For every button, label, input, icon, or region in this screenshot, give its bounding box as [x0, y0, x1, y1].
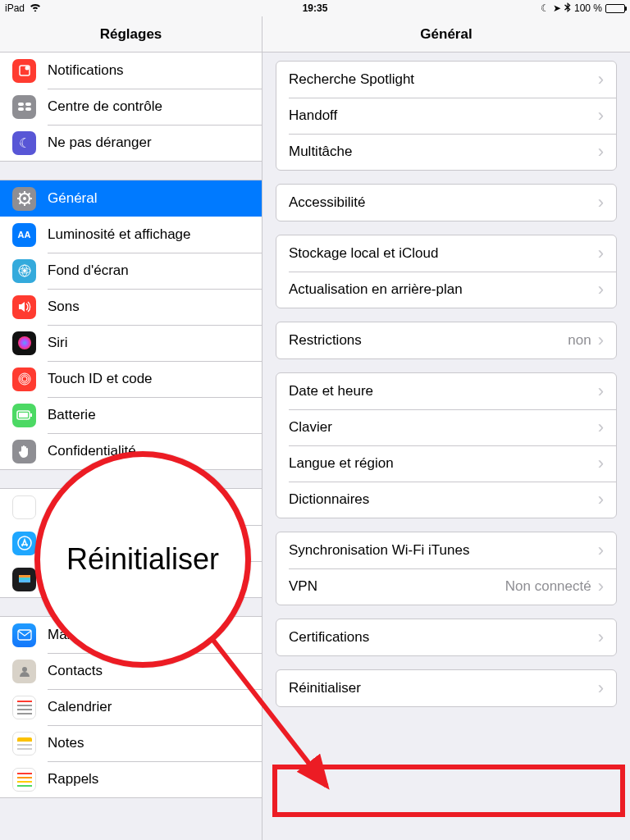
detail-item-label: Actualisation en arrière-plan — [289, 281, 598, 298]
detail-item-spotlight[interactable]: Recherche Spotlight› — [276, 62, 616, 98]
chevron-right-icon: › — [598, 71, 604, 89]
detail-item-value: Non connecté — [505, 578, 591, 595]
sidebar-item-wallpaper[interactable]: Fond d'écran — [0, 253, 262, 289]
sidebar-item-label: Notes — [48, 735, 249, 751]
detail-item-label: Clavier — [289, 419, 598, 436]
detail-item-label: VPN — [289, 578, 505, 595]
svg-line-13 — [28, 203, 30, 204]
chevron-right-icon: › — [598, 382, 604, 400]
detail-item-language[interactable]: Langue et région› — [276, 445, 616, 482]
detail-item-label: Recherche Spotlight — [289, 71, 598, 88]
sidebar-item-label: Calendrier — [48, 699, 249, 715]
detail-group: Date et heure› Clavier› Langue et région… — [276, 372, 617, 518]
fingerprint-icon — [12, 368, 36, 391]
detail-item-label: Multitâche — [289, 144, 598, 160]
detail-group: Recherche Spotlight› Handoff› Multitâche… — [276, 61, 617, 171]
sidebar-item-notifications[interactable]: Notifications — [0, 52, 262, 89]
sidebar-item-label: Batterie — [48, 407, 249, 423]
svg-rect-31 — [19, 580, 30, 582]
chevron-right-icon: › — [598, 491, 604, 509]
detail-item-storage[interactable]: Stockage local et iCloud› — [276, 235, 616, 272]
svg-rect-26 — [19, 413, 28, 418]
detail-item-itunes-wifi[interactable]: Synchronisation Wi-Fi iTunes› — [276, 532, 616, 568]
chevron-right-icon: › — [598, 194, 604, 212]
sidebar-item-label: Luminosité et affichage — [48, 226, 249, 243]
chevron-right-icon: › — [598, 628, 604, 646]
svg-rect-25 — [30, 413, 32, 417]
calendar-icon — [12, 696, 36, 719]
sidebar-item-display[interactable]: AA Luminosité et affichage — [0, 217, 262, 253]
detail-item-datetime[interactable]: Date et heure› — [276, 373, 616, 409]
sidebar-item-control-center[interactable]: Centre de contrôle — [0, 89, 262, 125]
chevron-right-icon: › — [598, 679, 604, 697]
svg-rect-2 — [18, 103, 24, 106]
chevron-right-icon: › — [598, 281, 604, 299]
detail-item-vpn[interactable]: VPNNon connecté› — [276, 568, 616, 605]
detail-title: Général — [420, 26, 472, 43]
detail-group: Certifications› — [276, 619, 617, 656]
sidebar-item-battery[interactable]: Batterie — [0, 397, 262, 433]
svg-point-1 — [25, 66, 29, 71]
status-bar: iPad 19:35 ☾ ➤ 100 % — [0, 0, 630, 16]
detail-item-multitask[interactable]: Multitâche› — [276, 134, 616, 170]
moon-icon: ☾ — [12, 131, 36, 155]
chevron-right-icon: › — [598, 331, 604, 349]
sidebar-item-dnd[interactable]: ☾ Ne pas déranger — [0, 125, 262, 161]
detail-item-certifications[interactable]: Certifications› — [276, 619, 616, 655]
svg-point-7 — [23, 197, 26, 200]
chevron-right-icon: › — [598, 107, 604, 125]
notifications-icon — [12, 59, 36, 83]
sidebar-item-calendar[interactable]: Calendrier — [0, 689, 262, 725]
svg-rect-3 — [25, 103, 31, 106]
bluetooth-icon — [564, 2, 571, 15]
svg-rect-32 — [18, 630, 31, 640]
mail-icon — [12, 623, 36, 647]
sidebar-item-label: Rappels — [48, 771, 249, 788]
detail-item-background-refresh[interactable]: Actualisation en arrière-plan› — [276, 272, 616, 308]
location-icon: ➤ — [553, 2, 561, 14]
svg-point-33 — [22, 667, 27, 672]
svg-line-15 — [28, 194, 30, 195]
detail-item-label: Handoff — [289, 107, 598, 124]
svg-point-20 — [18, 336, 31, 349]
detail-group: Synchronisation Wi-Fi iTunes› VPNNon con… — [276, 532, 617, 605]
sidebar-item-general[interactable]: Général — [0, 180, 262, 217]
wifi-icon — [30, 2, 41, 14]
sidebar-item-notes[interactable]: Notes — [0, 725, 262, 761]
display-icon: AA — [12, 223, 36, 247]
sidebar-item-siri[interactable]: Siri — [0, 325, 262, 361]
sidebar-item-reminders[interactable]: Rappels — [0, 761, 262, 797]
sidebar-item-label: Touch ID et code — [48, 371, 249, 387]
chevron-right-icon: › — [598, 541, 604, 559]
siri-icon — [12, 331, 36, 355]
detail-item-restrictions[interactable]: Restrictionsnon› — [276, 322, 616, 358]
battery-icon — [12, 404, 36, 427]
settings-sidebar: Réglages Notifications Centre de contrôl… — [0, 16, 262, 840]
sidebar-item-sounds[interactable]: Sons — [0, 289, 262, 325]
sidebar-item-label: Général — [48, 190, 249, 207]
detail-item-label: Langue et région — [289, 455, 598, 472]
sidebar-item-touchid[interactable]: Touch ID et code — [0, 361, 262, 397]
hand-icon — [12, 440, 36, 463]
detail-group: Accessibilité› — [276, 184, 617, 221]
detail-item-reset[interactable]: Réinitialiser› — [276, 670, 616, 706]
sidebar-group: Général AA Luminosité et affichage Fond … — [0, 180, 262, 470]
gear-icon — [12, 187, 36, 211]
detail-item-label: Certifications — [289, 629, 598, 646]
wallpaper-icon — [12, 259, 36, 283]
annotation-zoom-text: Réinitialiser — [66, 542, 219, 577]
detail-item-accessibility[interactable]: Accessibilité› — [276, 185, 616, 221]
detail-group: Réinitialiser› — [276, 669, 617, 707]
detail-item-label: Date et heure — [289, 383, 598, 399]
svg-rect-30 — [19, 578, 30, 580]
chevron-right-icon: › — [598, 244, 604, 262]
detail-item-dictionaries[interactable]: Dictionnaires› — [276, 482, 616, 518]
svg-rect-29 — [19, 575, 30, 578]
notes-icon — [12, 732, 36, 756]
detail-item-handoff[interactable]: Handoff› — [276, 98, 616, 134]
detail-item-keyboard[interactable]: Clavier› — [276, 409, 616, 445]
battery-icon — [605, 4, 625, 13]
detail-header: Général — [262, 16, 630, 52]
dnd-moon-icon: ☾ — [541, 2, 550, 14]
clock: 19:35 — [303, 2, 328, 14]
